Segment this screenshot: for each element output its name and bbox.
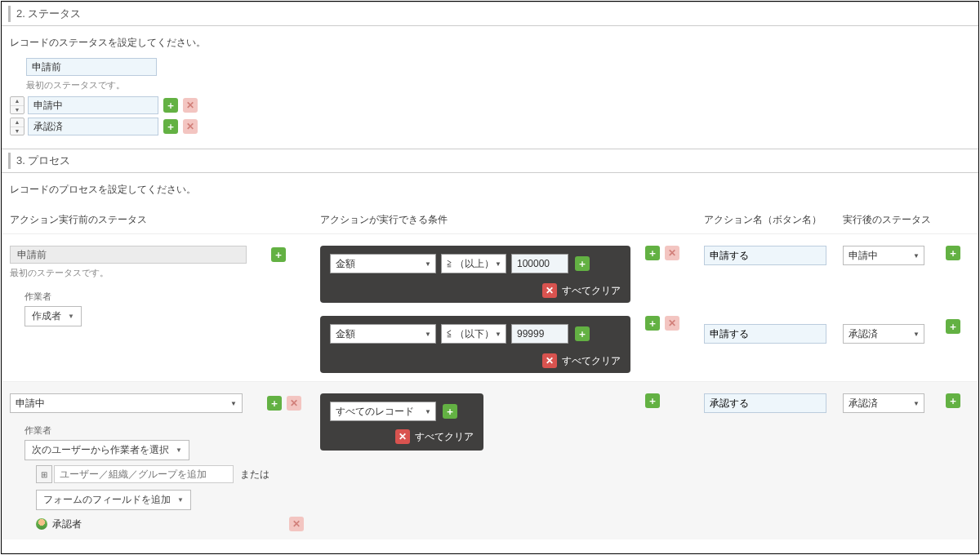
remove-approver-button[interactable]: ✕ <box>289 517 304 531</box>
post-status-select[interactable]: 承認済▼ <box>843 393 924 413</box>
add-action-button[interactable]: ＋ <box>645 316 660 331</box>
worker-select[interactable]: 次のユーザーから作業者を選択▼ <box>24 440 189 460</box>
section-3-header: 3. プロセス <box>2 149 978 173</box>
caret-down-icon: ▼ <box>913 400 920 407</box>
action-name-input[interactable] <box>704 324 826 344</box>
clear-conditions-label: すべてクリア <box>562 284 621 298</box>
add-status-button[interactable]: ＋ <box>163 119 178 134</box>
condition-box: 金額▼≦ （以下）▼＋✕すべてクリア <box>320 316 630 373</box>
caret-down-icon: ▼ <box>425 260 431 268</box>
caret-down-icon: ▼ <box>495 260 501 268</box>
caret-down-icon: ▼ <box>495 331 501 338</box>
condition-op-select[interactable]: ≦ （以下）▼ <box>441 324 506 344</box>
user-icon <box>36 518 47 530</box>
arrow-down-icon[interactable]: ▼ <box>11 127 24 135</box>
arrow-down-icon[interactable]: ▼ <box>11 106 24 114</box>
condition-value-input[interactable] <box>511 254 568 273</box>
org-tree-icon[interactable]: ⊞ <box>36 465 52 483</box>
pre-status-disabled: 申請前 <box>10 246 247 264</box>
action-name-input[interactable] <box>704 393 826 413</box>
remove-status-button[interactable]: ✕ <box>183 119 198 134</box>
process-row: 申請中▼＋✕作業者次のユーザーから作業者を選択▼⊞またはフォームのフィールドを追… <box>2 381 978 539</box>
header-cond: アクションが実行できる条件 <box>320 213 704 227</box>
add-condition-button[interactable]: ＋ <box>575 256 590 271</box>
process-headers: アクション実行前のステータスアクションが実行できる条件アクション名（ボタン名）実… <box>2 213 978 233</box>
section-2-desc: レコードのステータスを設定してください。 <box>10 36 970 50</box>
clear-conditions-button[interactable]: ✕ <box>395 429 410 444</box>
condition-value-input[interactable] <box>511 324 568 344</box>
section-3-desc: レコードのプロセスを設定してください。 <box>2 183 978 205</box>
add-action-button[interactable]: ＋ <box>645 246 660 260</box>
worker-label: 作業者 <box>24 291 320 303</box>
condition-box: 金額▼≧ （以上）▼＋✕すべてクリア <box>320 246 630 303</box>
approver-label: 承認者 <box>52 517 82 531</box>
header-name: アクション名（ボタン名） <box>704 213 843 227</box>
action-name-input[interactable] <box>704 246 826 265</box>
worker-select[interactable]: 作成者▼ <box>24 306 82 326</box>
first-status-hint: 最初のステータスです。 <box>26 79 970 91</box>
caret-down-icon: ▼ <box>177 496 184 504</box>
arrow-up-icon[interactable]: ▲ <box>11 97 24 106</box>
caret-down-icon: ▼ <box>913 252 920 260</box>
remove-action-button[interactable]: ✕ <box>665 246 679 260</box>
worker-label: 作業者 <box>24 424 320 437</box>
org-search-input[interactable] <box>54 465 234 483</box>
or-label: または <box>240 468 270 482</box>
add-row-button[interactable]: ＋ <box>267 396 282 411</box>
remove-status-button[interactable]: ✕ <box>183 98 198 113</box>
caret-down-icon: ▼ <box>425 408 431 415</box>
condition-box: すべてのレコード▼＋✕すべてクリア <box>320 393 483 451</box>
add-post-row-button[interactable]: ＋ <box>946 246 960 260</box>
pre-status-select[interactable]: 申請中▼ <box>10 393 243 413</box>
remove-row-button[interactable]: ✕ <box>287 396 301 411</box>
add-post-row-button[interactable]: ＋ <box>946 319 960 334</box>
add-status-button[interactable]: ＋ <box>163 98 178 113</box>
status-input[interactable] <box>28 118 158 135</box>
remove-action-button[interactable]: ✕ <box>665 316 679 331</box>
condition-field-select[interactable]: すべてのレコード▼ <box>330 402 436 421</box>
condition-op-select[interactable]: ≧ （以上）▼ <box>441 254 506 273</box>
section-2-title: 2. ステータス <box>16 7 81 20</box>
status-input[interactable] <box>28 96 158 114</box>
process-row: 申請前＋最初のステータスです。作業者作成者▼金額▼≧ （以上）▼＋✕すべてクリア… <box>2 233 978 381</box>
caret-down-icon: ▼ <box>425 331 431 338</box>
clear-conditions-button[interactable]: ✕ <box>542 353 557 368</box>
condition-field-select[interactable]: 金額▼ <box>330 254 436 273</box>
header-pre: アクション実行前のステータス <box>10 213 320 227</box>
section-3-title: 3. プロセス <box>16 154 70 166</box>
form-field-select[interactable]: フォームのフィールドを追加▼ <box>36 490 191 510</box>
post-status-select[interactable]: 申請中▼ <box>843 246 924 265</box>
clear-conditions-label: すべてクリア <box>415 430 474 444</box>
reorder-handle[interactable]: ▲▼ <box>10 96 24 114</box>
clear-conditions-label: すべてクリア <box>562 354 621 368</box>
add-row-button[interactable]: ＋ <box>271 247 286 262</box>
add-condition-button[interactable]: ＋ <box>575 326 590 341</box>
reorder-handle[interactable]: ▲▼ <box>10 118 24 135</box>
add-condition-button[interactable]: ＋ <box>443 404 457 419</box>
clear-conditions-button[interactable]: ✕ <box>542 283 557 298</box>
section-2-header: 2. ステータス <box>2 2 978 26</box>
post-status-select[interactable]: 承認済▼ <box>843 324 924 344</box>
arrow-up-icon[interactable]: ▲ <box>11 118 24 127</box>
pre-status-hint: 最初のステータスです。 <box>10 267 320 279</box>
caret-down-icon: ▼ <box>913 331 920 338</box>
status-input-first[interactable] <box>26 58 157 76</box>
caret-down-icon: ▼ <box>68 313 74 320</box>
condition-field-select[interactable]: 金額▼ <box>330 324 436 344</box>
add-post-row-button[interactable]: ＋ <box>946 393 960 408</box>
header-post: 実行後のステータス <box>843 213 941 227</box>
caret-down-icon: ▼ <box>176 446 182 454</box>
add-action-button[interactable]: ＋ <box>645 393 660 408</box>
caret-down-icon: ▼ <box>230 400 237 407</box>
